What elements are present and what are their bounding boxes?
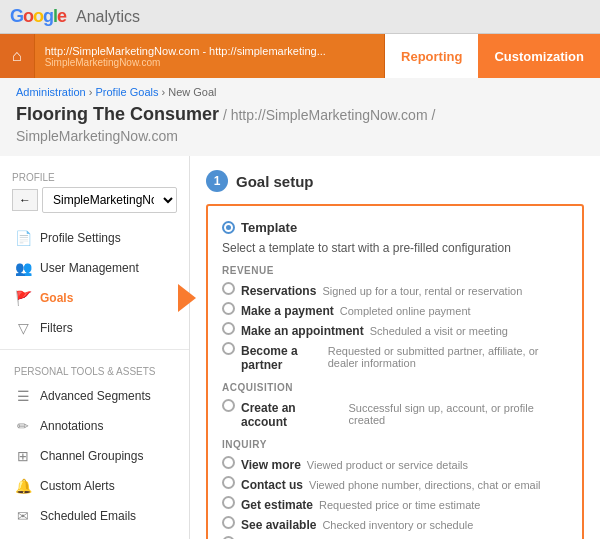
contact-us-desc: Viewed phone number, directions, chat or…	[309, 479, 541, 491]
profile-select[interactable]: SimpleMarketingNow.com	[42, 187, 177, 213]
view-more-desc: Viewed product or service details	[307, 459, 468, 471]
sidebar-item-user-management[interactable]: 👥 User Management	[0, 253, 189, 283]
profile-label: PROFILE	[12, 172, 177, 183]
back-button[interactable]: ←	[12, 189, 38, 211]
acquisition-category-label: ACQUISITION	[222, 382, 568, 393]
nav-url-bottom: SimpleMarketingNow.com	[45, 57, 374, 68]
see-available-radio[interactable]	[222, 516, 235, 529]
reservations-label: Reservations	[241, 284, 316, 298]
segments-icon: ☰	[14, 388, 32, 404]
create-account-label: Create an account	[241, 401, 343, 429]
top-bar: Google Analytics	[0, 0, 600, 34]
make-payment-radio[interactable]	[222, 302, 235, 315]
sidebar-item-scheduled-emails[interactable]: ✉ Scheduled Emails	[0, 501, 189, 531]
sidebar-label-channel-groupings: Channel Groupings	[40, 449, 143, 463]
flag-icon: 🚩	[14, 290, 32, 306]
make-payment-desc: Completed online payment	[340, 305, 471, 317]
sidebar-label-advanced-segments: Advanced Segments	[40, 389, 151, 403]
breadcrumb-profile-goals[interactable]: Profile Goals	[95, 86, 158, 98]
nav-url-area[interactable]: http://SimpleMarketingNow.com - http://s…	[34, 34, 385, 78]
see-available-label: See available	[241, 518, 316, 532]
sidebar-item-advanced-segments[interactable]: ☰ Advanced Segments	[0, 381, 189, 411]
reservations-radio[interactable]	[222, 282, 235, 295]
inquiry-category-label: INQUIRY	[222, 439, 568, 450]
sidebar-item-custom-alerts[interactable]: 🔔 Custom Alerts	[0, 471, 189, 501]
make-payment-label: Make a payment	[241, 304, 334, 318]
sidebar-item-goals[interactable]: 🚩 Goals	[0, 283, 189, 313]
filter-icon: ▽	[14, 320, 32, 336]
goal-create-account[interactable]: Create an account Successful sign up, ac…	[222, 397, 568, 431]
goal-find-location[interactable]: Find a location Viewed location or deale…	[222, 534, 568, 539]
make-appointment-radio[interactable]	[222, 322, 235, 335]
analytics-text: Analytics	[76, 8, 140, 26]
goal-make-appointment[interactable]: Make an appointment Scheduled a visit or…	[222, 320, 568, 340]
channel-icon: ⊞	[14, 448, 32, 464]
become-partner-desc: Requested or submitted partner, affiliat…	[328, 345, 568, 369]
template-radio[interactable]	[222, 221, 235, 234]
goal-contact-us[interactable]: Contact us Viewed phone number, directio…	[222, 474, 568, 494]
template-label: Template	[241, 220, 297, 235]
become-partner-radio[interactable]	[222, 342, 235, 355]
google-logo: Google	[10, 6, 66, 27]
arrow-indicator	[178, 284, 196, 312]
goal-get-estimate[interactable]: Get estimate Requested price or time est…	[222, 494, 568, 514]
sidebar-label-filters: Filters	[40, 321, 73, 335]
sidebar-label-user-management: User Management	[40, 261, 139, 275]
reservations-desc: Signed up for a tour, rental or reservat…	[322, 285, 522, 297]
see-available-desc: Checked inventory or schedule	[322, 519, 473, 531]
template-description: Select a template to start with a pre-fi…	[222, 241, 568, 255]
contact-us-radio[interactable]	[222, 476, 235, 489]
annotations-icon: ✏	[14, 418, 32, 434]
sidebar-item-annotations[interactable]: ✏ Annotations	[0, 411, 189, 441]
sidebar-item-channel-groupings[interactable]: ⊞ Channel Groupings	[0, 441, 189, 471]
email-icon: ✉	[14, 508, 32, 524]
goal-see-available[interactable]: See available Checked inventory or sched…	[222, 514, 568, 534]
goal-setup-title: Goal setup	[236, 173, 314, 190]
create-account-desc: Successful sign up, account, or profile …	[349, 402, 569, 426]
contact-us-label: Contact us	[241, 478, 303, 492]
make-appointment-label: Make an appointment	[241, 324, 364, 338]
view-more-label: View more	[241, 458, 301, 472]
customization-link[interactable]: Customization	[478, 34, 600, 78]
sidebar-label-scheduled-emails: Scheduled Emails	[40, 509, 136, 523]
view-more-radio[interactable]	[222, 456, 235, 469]
sidebar-item-profile-settings[interactable]: 📄 Profile Settings	[0, 223, 189, 253]
goal-reservations[interactable]: Reservations Signed up for a tour, renta…	[222, 280, 568, 300]
become-partner-label: Become a partner	[241, 344, 322, 372]
alerts-icon: 🔔	[14, 478, 32, 494]
step-1-circle: 1	[206, 170, 228, 192]
nav-bar: ⌂ http://SimpleMarketingNow.com - http:/…	[0, 34, 600, 78]
sidebar-label-goals: Goals	[40, 291, 73, 305]
sidebar: PROFILE ← SimpleMarketingNow.com 📄 Profi…	[0, 156, 190, 539]
document-icon: 📄	[14, 230, 32, 246]
breadcrumb: Administration › Profile Goals › New Goa…	[0, 78, 600, 102]
nav-links: Reporting Customization	[385, 34, 600, 78]
sidebar-label-annotations: Annotations	[40, 419, 103, 433]
users-icon: 👥	[14, 260, 32, 276]
page-title: Flooring The Consumer / http://SimpleMar…	[0, 102, 600, 156]
create-account-radio[interactable]	[222, 399, 235, 412]
breadcrumb-admin[interactable]: Administration	[16, 86, 86, 98]
goal-view-more[interactable]: View more Viewed product or service deta…	[222, 454, 568, 474]
get-estimate-desc: Requested price or time estimate	[319, 499, 480, 511]
goal-setup-header: 1 Goal setup	[206, 170, 584, 192]
reporting-link[interactable]: Reporting	[385, 34, 478, 78]
make-appointment-desc: Scheduled a visit or meeting	[370, 325, 508, 337]
goal-become-partner[interactable]: Become a partner Requested or submitted …	[222, 340, 568, 374]
personal-tools-label: PERSONAL TOOLS & ASSETS	[0, 356, 189, 381]
get-estimate-label: Get estimate	[241, 498, 313, 512]
sidebar-item-shortcuts[interactable]: ⌨ Shortcuts	[0, 531, 189, 539]
home-icon[interactable]: ⌂	[0, 34, 34, 78]
nav-url-top: http://SimpleMarketingNow.com - http://s…	[45, 45, 374, 57]
goal-make-payment[interactable]: Make a payment Completed online payment	[222, 300, 568, 320]
content-area: 1 Goal setup Template Select a template …	[190, 156, 600, 539]
revenue-category-label: REVENUE	[222, 265, 568, 276]
sidebar-label-profile-settings: Profile Settings	[40, 231, 121, 245]
goal-setup-box: Template Select a template to start with…	[206, 204, 584, 539]
sidebar-item-filters[interactable]: ▽ Filters	[0, 313, 189, 343]
sidebar-label-custom-alerts: Custom Alerts	[40, 479, 115, 493]
breadcrumb-new-goal: New Goal	[168, 86, 216, 98]
get-estimate-radio[interactable]	[222, 496, 235, 509]
